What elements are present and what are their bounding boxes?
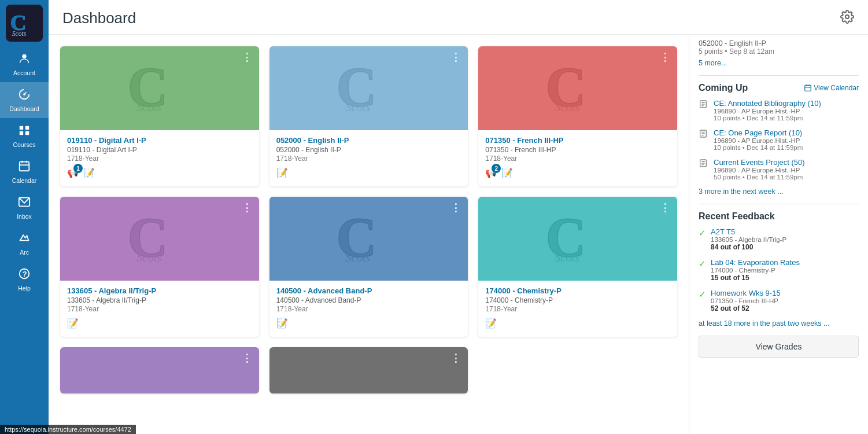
announce-icon-071350[interactable]: 📢 2 [485, 167, 497, 178]
course-title-052000[interactable]: 052000 - English II-P [276, 136, 461, 145]
course-subtitle-052000: 052000 - English II-P [276, 146, 461, 154]
course-year-019110: 1718-Year [67, 155, 252, 163]
scots-logo-icon: C Scots [8, 6, 41, 40]
course-body-052000: 052000 - English II-P 052000 - English I… [269, 130, 468, 186]
feedback-item-2: ✓ Homework Wks 9-15 071350 - French III-… [699, 289, 859, 312]
course-logo-071350: C Scots [543, 58, 612, 119]
course-subtitle-019110: 019110 - Digital Art I-P [67, 146, 252, 154]
course-actions-071350: 📢 2 📝 [485, 167, 670, 178]
course-menu-174000[interactable]: ⋮ [660, 201, 671, 214]
course-logo-140500: C Scots [334, 208, 403, 269]
course-title-133605[interactable]: 133605 - Algebra II/Trig-P [67, 286, 252, 295]
view-grades-button[interactable]: View Grades [699, 336, 859, 358]
grade-icon-133605[interactable]: 📝 [67, 318, 79, 329]
course-card-partial2[interactable]: ⋮ [269, 347, 468, 393]
coming-up-item-1: CE: One Page Report (10) 196890 - AP Eur… [699, 128, 859, 151]
course-title-019110[interactable]: 019110 - Digital Art I-P [67, 136, 252, 145]
course-menu-partial2[interactable]: ⋮ [450, 352, 462, 365]
course-body-071350: 071350 - French III-HP 071350 - French I… [478, 130, 677, 186]
more-week-link[interactable]: 3 more in the next week ... [699, 187, 859, 196]
course-image-140500: ⋮ C Scots [269, 197, 468, 281]
course-card-019110[interactable]: ⋮ C Scots 019110 - Digital Art I-P 01911… [60, 46, 259, 186]
recent-points: 5 points • Sep 8 at 12am [699, 47, 859, 56]
svg-text:Scots: Scots [346, 251, 371, 264]
course-title-071350[interactable]: 071350 - French III-HP [485, 136, 670, 145]
course-actions-052000: 📝 [276, 167, 461, 178]
course-card-133605[interactable]: ⋮ C Scots 133605 - Algebra II/Trig-P 133… [60, 197, 259, 337]
dashboard-icon [18, 88, 31, 104]
sidebar-item-account[interactable]: Account [0, 46, 49, 82]
svg-text:?: ? [23, 270, 27, 278]
announce-icon-019110[interactable]: 📢 1 [67, 167, 79, 178]
status-bar: https://sequoia.instructure.com/courses/… [0, 425, 136, 434]
feedback-title-0[interactable]: A2T T5 [711, 227, 786, 236]
view-calendar-link[interactable]: View Calendar [804, 84, 859, 92]
svg-rect-9 [20, 131, 23, 135]
sidebar-item-calendar[interactable]: Calendar [0, 154, 49, 190]
coming-up-title-0[interactable]: CE: Annotated Bibliography (10) [714, 99, 821, 108]
course-menu-052000[interactable]: ⋮ [450, 51, 462, 64]
arc-label: Arc [20, 249, 29, 256]
course-body-174000: 174000 - Chemistry-P 174000 - Chemistry-… [478, 281, 677, 337]
course-image-052000: ⋮ C Scots [269, 46, 468, 130]
course-body-019110: 019110 - Digital Art I-P 019110 - Digita… [60, 130, 259, 186]
course-card-174000[interactable]: ⋮ C Scots 174000 - Chemistry-P 174000 - … [478, 197, 677, 337]
course-image-019110: ⋮ C Scots [60, 46, 259, 130]
grade-icon-052000[interactable]: 📝 [276, 167, 288, 178]
svg-point-3 [22, 54, 26, 58]
course-card-052000[interactable]: ⋮ C Scots 052000 - English II-P 052000 -… [269, 46, 468, 186]
svg-rect-11 [20, 162, 29, 171]
course-year-052000: 1718-Year [276, 155, 461, 163]
grade-icon-071350[interactable]: 📝 [501, 167, 513, 178]
sidebar-item-arc[interactable]: Arc [0, 226, 49, 262]
feedback-text-0: A2T T5 133605 - Algebra II/Trig-P 84 out… [711, 227, 786, 251]
sidebar-item-dashboard[interactable]: Dashboard [0, 82, 49, 118]
course-menu-133605[interactable]: ⋮ [242, 201, 253, 214]
coming-up-title-2[interactable]: Current Events Project (50) [714, 158, 805, 167]
coming-up-title-1[interactable]: CE: One Page Report (10) [714, 128, 803, 137]
sidebar-item-help[interactable]: ? Help [0, 262, 49, 297]
coming-up-points-0: 10 points • Dec 14 at 11:59pm [714, 115, 821, 122]
course-title-174000[interactable]: 174000 - Chemistry-P [485, 286, 670, 295]
feedback-text-1: Lab 04: Evaporation Rates 174000 - Chemi… [711, 258, 800, 282]
feedback-course-1: 174000 - Chemistry-P [711, 267, 800, 274]
course-card-071350[interactable]: ⋮ C Scots 071350 - French III-HP 071350 … [478, 46, 677, 186]
help-icon: ? [18, 267, 31, 283]
course-grid: ⋮ C Scots 019110 - Digital Art I-P 01911… [49, 35, 689, 434]
course-card-partial1[interactable]: ⋮ [60, 347, 259, 393]
feedback-title-1[interactable]: Lab 04: Evaporation Rates [711, 258, 800, 267]
svg-line-6 [24, 92, 27, 94]
more-feedback-link[interactable]: at least 18 more in the past two weeks .… [699, 319, 859, 328]
check-icon-1: ✓ [699, 259, 706, 282]
grade-icon-140500[interactable]: 📝 [276, 318, 288, 329]
course-title-140500[interactable]: 140500 - Advanced Band-P [276, 286, 461, 295]
sidebar-item-courses[interactable]: Courses [0, 118, 49, 154]
course-logo-052000: C Scots [334, 58, 403, 119]
svg-text:Scots: Scots [346, 101, 371, 113]
view-calendar-label: View Calendar [814, 84, 859, 92]
svg-text:Scots: Scots [136, 101, 161, 113]
coming-up-title: Coming Up [699, 83, 748, 93]
course-menu-071350[interactable]: ⋮ [660, 51, 671, 64]
grade-icon-174000[interactable]: 📝 [485, 318, 497, 329]
course-card-140500[interactable]: ⋮ C Scots 140500 - Advanced Band-P 14050… [269, 197, 468, 337]
status-url: https://sequoia.instructure.com/courses/… [5, 426, 131, 433]
feedback-item-1: ✓ Lab 04: Evaporation Rates 174000 - Che… [699, 258, 859, 282]
more-link[interactable]: 5 more... [699, 59, 859, 67]
svg-text:Scots: Scots [12, 30, 27, 38]
help-label: Help [18, 285, 31, 292]
badge-announce-019110: 1 [73, 164, 83, 173]
sidebar-item-inbox[interactable]: Inbox [0, 190, 49, 226]
svg-rect-8 [25, 126, 29, 130]
account-icon [18, 52, 31, 68]
assignment-icon-1 [699, 129, 708, 151]
course-menu-partial1[interactable]: ⋮ [242, 352, 253, 365]
feedback-title-2[interactable]: Homework Wks 9-15 [711, 289, 781, 297]
course-menu-140500[interactable]: ⋮ [450, 201, 462, 214]
settings-button[interactable] [840, 10, 854, 27]
feedback-course-2: 071350 - French III-HP [711, 297, 781, 304]
sidebar-logo[interactable]: C Scots [6, 5, 43, 42]
course-image-071350: ⋮ C Scots [478, 46, 677, 130]
course-menu-019110[interactable]: ⋮ [242, 51, 253, 64]
grade-icon-019110[interactable]: 📝 [83, 167, 95, 178]
